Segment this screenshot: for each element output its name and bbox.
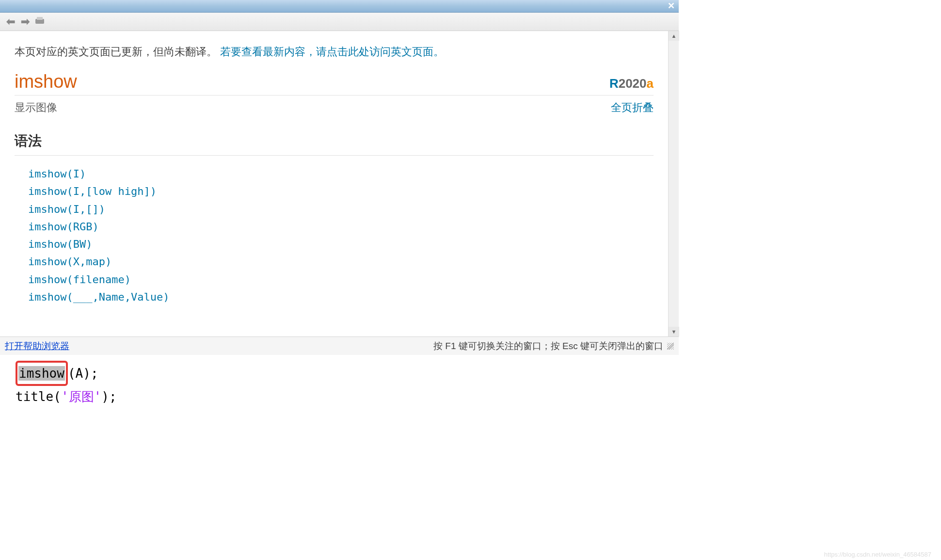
release-label: R2020a	[609, 76, 654, 91]
function-name: imshow	[15, 71, 77, 92]
translation-notice: 本页对应的英文页面已更新，但尚未翻译。 若要查看最新内容，请点击此处访问英文页面…	[15, 45, 654, 59]
print-button[interactable]	[33, 15, 47, 29]
notice-link[interactable]: 若要查看最新内容，请点击此处访问英文页面。	[220, 46, 444, 58]
watermark: https://blog.csdn.net/weixin_46584587	[824, 551, 931, 558]
syntax-heading: 语法	[15, 132, 654, 156]
scroll-up-icon[interactable]: ▲	[669, 31, 679, 41]
syntax-item[interactable]: imshow(BW)	[28, 236, 654, 253]
outer-vertical-scrollbar[interactable]: ▲	[668, 31, 679, 80]
function-subtitle: 显示图像	[15, 100, 57, 115]
arrow-right-icon: ➡	[21, 16, 30, 28]
scroll-down-icon[interactable]: ▼	[669, 327, 679, 336]
resize-grip-icon[interactable]	[667, 343, 674, 350]
highlight-box: imshow	[16, 361, 68, 386]
open-help-browser-link[interactable]: 打开帮助浏览器	[5, 340, 69, 352]
subtitle-row: 显示图像 全页折叠	[15, 100, 654, 115]
function-header: imshow R2020a	[15, 71, 654, 96]
toolbar: ⬅ ➡	[0, 13, 679, 31]
arrow-left-icon: ⬅	[6, 16, 15, 28]
help-footer: 打开帮助浏览器 按 F1 键可切换关注的窗口；按 Esc 键可关闭弹出的窗口	[0, 336, 679, 355]
syntax-item[interactable]: imshow(I,[])	[28, 201, 654, 218]
collapse-link[interactable]: 全页折叠	[611, 100, 654, 115]
forward-button[interactable]: ➡	[18, 15, 32, 29]
syntax-list: imshow(I) imshow(I,[low high]) imshow(I,…	[15, 165, 654, 306]
editor-code: imshow(A); title('原图');	[0, 355, 679, 407]
footer-hint: 按 F1 键可切换关注的窗口；按 Esc 键可关闭弹出的窗口	[433, 340, 663, 352]
notice-text: 本页对应的英文页面已更新，但尚未翻译。	[15, 46, 220, 58]
syntax-item[interactable]: imshow(RGB)	[28, 218, 654, 236]
syntax-item[interactable]: imshow(I)	[28, 165, 654, 183]
close-icon[interactable]: ✕	[668, 1, 675, 11]
selected-text: imshow	[18, 366, 65, 381]
syntax-item[interactable]: imshow(filename)	[28, 271, 654, 288]
code-line: imshow(A);	[16, 361, 98, 386]
syntax-item[interactable]: imshow(X,map)	[28, 253, 654, 271]
back-button[interactable]: ⬅	[4, 15, 17, 29]
code-line: title('原图');	[16, 386, 679, 407]
syntax-item[interactable]: imshow(___,Name,Value)	[28, 288, 654, 306]
content-area: 本页对应的英文页面已更新，但尚未翻译。 若要查看最新内容，请点击此处访问英文页面…	[0, 31, 679, 336]
printer-icon	[34, 17, 45, 27]
syntax-item[interactable]: imshow(I,[low high])	[28, 183, 654, 200]
window-title-bar: ✕	[0, 0, 679, 13]
